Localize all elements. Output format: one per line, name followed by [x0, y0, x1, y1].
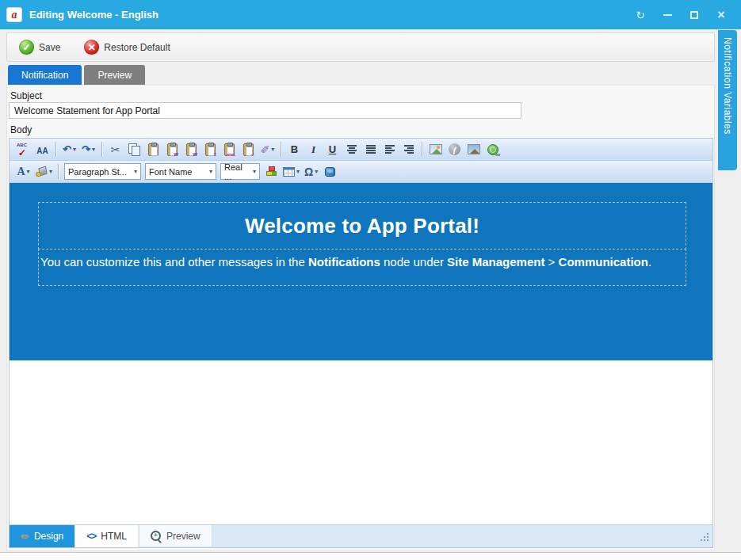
justify-button[interactable] — [361, 140, 380, 158]
background-color-icon[interactable]: ▾ — [33, 162, 54, 181]
font-color-icon[interactable]: ▾ — [14, 162, 32, 181]
align-left-button[interactable] — [380, 140, 399, 158]
app-logo-icon — [6, 7, 22, 22]
editor-statusbar — [212, 525, 712, 547]
notification-variables-label: Notification Variables — [722, 37, 733, 170]
paragraph-style-select[interactable]: Paragraph St...▾ — [64, 163, 141, 180]
paragraph-segment: > — [544, 255, 558, 269]
paragraph-segment: . — [648, 255, 651, 269]
media-manager-icon[interactable] — [464, 140, 483, 158]
align-right-button[interactable] — [399, 140, 418, 158]
hyperlink-manager-icon[interactable] — [483, 140, 502, 158]
paragraph-segment: node under — [380, 255, 447, 269]
css-class-icon[interactable] — [262, 162, 281, 181]
justify-button-bars — [366, 145, 376, 154]
tab-notification-label: Notification — [21, 70, 68, 81]
paste-icon[interactable] — [144, 140, 162, 158]
editor-mode-tabs: ✏ Design <> HTML Preview — [10, 524, 712, 547]
restore-default-button[interactable]: ✕ Restore Default — [80, 37, 174, 57]
tab-preview[interactable]: Preview — [84, 65, 145, 85]
editor-design-surface[interactable]: Welcome to App Portal! You can customize… — [10, 183, 712, 524]
toolbar-separator — [281, 142, 281, 157]
chevron-down-icon: ▾ — [296, 168, 300, 175]
paragraph-segment: Communication — [559, 255, 648, 269]
image-manager-icon[interactable] — [426, 140, 445, 158]
underline-button[interactable]: U — [323, 140, 342, 158]
tab-html-label: HTML — [101, 531, 127, 542]
format-stripper-icon[interactable]: ✐▾ — [258, 140, 277, 158]
chevron-down-icon: ▾ — [253, 168, 256, 175]
save-label: Save — [39, 42, 60, 53]
tab-preview-label: Preview — [97, 70, 132, 81]
align-center-button-bars — [347, 145, 357, 154]
paragraph-segment: Notifications — [308, 255, 380, 269]
flash-manager-icon[interactable] — [445, 140, 464, 158]
tab-notification[interactable]: Notification — [8, 65, 82, 85]
media-embed-icon[interactable] — [321, 162, 339, 181]
minimize-button[interactable] — [655, 5, 679, 25]
tab-design-label: Design — [34, 531, 63, 542]
save-button[interactable]: ✓ Save — [15, 37, 64, 57]
email-heading: Welcome to App Portal! — [245, 214, 479, 238]
command-toolbar: ✓ Save ✕ Restore Default — [6, 32, 715, 62]
insert-table-icon[interactable]: ▾ — [281, 162, 301, 181]
cut-icon[interactable]: ✂ — [106, 140, 124, 158]
font-name-select-label: Font Name — [149, 167, 192, 177]
paragraph-segment: Site Management — [447, 255, 544, 269]
tab-design[interactable]: ✏ Design — [10, 525, 75, 547]
window-title: Editing Welcome - English — [29, 9, 628, 21]
subject-label: Subject — [10, 90, 42, 101]
editable-region-title[interactable]: Welcome to App Portal! — [38, 202, 686, 250]
chevron-down-icon: ▾ — [315, 168, 318, 175]
undo-icon[interactable]: ↶▾ — [60, 140, 78, 158]
paragraph-style-select-label: Paragraph St... — [68, 167, 127, 177]
spellcheck-icon[interactable] — [14, 140, 32, 158]
font-size-select[interactable]: Real ...▾ — [220, 163, 260, 180]
subject-input[interactable] — [9, 102, 521, 119]
bold-button[interactable]: B — [285, 140, 304, 158]
titlebar: Editing Welcome - English ↻ × — [0, 0, 741, 29]
find-icon[interactable] — [33, 140, 52, 158]
chevron-down-icon: ▾ — [92, 146, 95, 153]
window-controls: ↻ × — [628, 5, 733, 25]
chevron-down-icon: ▾ — [27, 168, 30, 175]
redo-icon[interactable]: ↷▾ — [79, 140, 97, 158]
paste-plain-text-icon[interactable]: ≡ — [201, 140, 220, 158]
editor-paragraph: You can customize this and other message… — [40, 254, 684, 270]
font-name-select[interactable]: Font Name▾ — [145, 163, 216, 180]
paste-html-icon[interactable]: ⁘ — [239, 140, 258, 158]
align-center-button[interactable] — [342, 140, 361, 158]
refresh-button[interactable]: ↻ — [628, 5, 652, 25]
align-left-button-bars — [385, 145, 395, 154]
paste-as-html-icon[interactable]: HTML — [220, 140, 239, 158]
toolbar-separator — [101, 142, 102, 157]
restore-x-icon: ✕ — [84, 40, 99, 55]
chevron-down-icon: ▾ — [49, 168, 52, 175]
tab-editor-preview-label: Preview — [166, 531, 201, 542]
notification-variables-tab[interactable]: Notification Variables — [718, 30, 737, 170]
tab-editor-preview[interactable]: Preview — [139, 525, 212, 547]
window-footer — [0, 552, 741, 560]
chevron-down-icon: ▾ — [209, 168, 212, 175]
toolbar-separator — [55, 142, 56, 157]
magnifier-icon — [151, 531, 162, 541]
italic-button[interactable]: I — [304, 140, 323, 158]
rich-text-editor: ↶▾↷▾✂WW≡HTML⁘✐▾BIU ▾▾Paragraph St...▾Fon… — [9, 138, 713, 548]
close-button[interactable]: × — [709, 5, 733, 25]
top-tabs: Notification Preview — [8, 65, 145, 85]
toolbar-separator — [422, 142, 422, 157]
maximize-button[interactable] — [682, 5, 706, 25]
tab-html[interactable]: <> HTML — [75, 525, 139, 547]
editable-region-paragraph[interactable]: You can customize this and other message… — [38, 249, 686, 286]
copy-icon[interactable] — [125, 140, 143, 158]
paste-from-word-icon[interactable]: W — [163, 140, 181, 158]
body-label: Body — [10, 124, 32, 135]
editor-toolbar-row2: ▾▾Paragraph St...▾Font Name▾Real ...▾▾Ω▾ — [10, 161, 712, 183]
code-icon: <> — [86, 531, 96, 541]
special-character-icon[interactable]: Ω▾ — [302, 162, 320, 181]
align-right-button-bars — [404, 145, 414, 154]
pencil-icon: ✏ — [21, 531, 29, 542]
font-size-select-label: Real ... — [224, 162, 251, 181]
resize-grip[interactable] — [699, 531, 709, 542]
paste-from-word-strip-font-icon[interactable]: W — [182, 140, 201, 158]
